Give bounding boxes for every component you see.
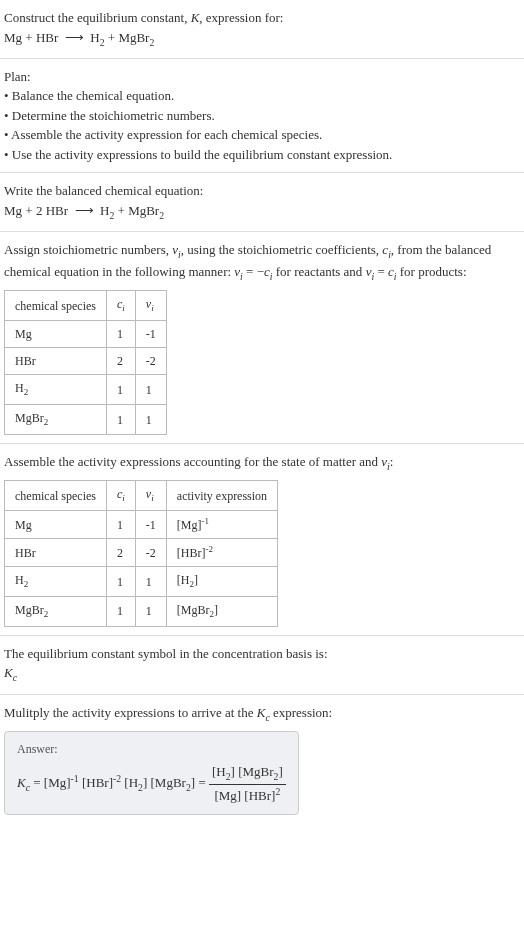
table-row: MgBr2 1 1 [MgBr2] bbox=[5, 597, 278, 627]
cell-v: -1 bbox=[135, 511, 166, 539]
col-vi: νi bbox=[135, 291, 166, 321]
table-row: HBr 2 -2 [HBr]-2 bbox=[5, 539, 278, 567]
cell-activity: [H2] bbox=[166, 567, 277, 597]
plan-section: Plan: • Balance the chemical equation. •… bbox=[0, 59, 524, 174]
col-ci: ci bbox=[106, 481, 135, 511]
col-species: chemical species bbox=[5, 291, 107, 321]
fraction: [H2] [MgBr2] [Mg] [HBr]2 bbox=[209, 762, 286, 806]
intro-line: Construct the equilibrium constant, K, e… bbox=[4, 8, 520, 28]
cell-activity: [HBr]-2 bbox=[166, 539, 277, 567]
balanced-equation: Mg + 2 HBr ⟶ H2 + MgBr2 bbox=[4, 201, 520, 223]
symbol-section: The equilibrium constant symbol in the c… bbox=[0, 636, 524, 695]
cell-c: 1 bbox=[106, 567, 135, 597]
fraction-numerator: [H2] [MgBr2] bbox=[209, 762, 286, 785]
answer-box: Answer: Kc = [Mg]-1 [HBr]-2 [H2] [MgBr2]… bbox=[4, 731, 299, 815]
plan-item-text: Balance the chemical equation. bbox=[12, 88, 174, 103]
cell-v: -2 bbox=[135, 539, 166, 567]
balanced-section: Write the balanced chemical equation: Mg… bbox=[0, 173, 524, 232]
cell-v: 1 bbox=[135, 375, 166, 405]
cell-v: -1 bbox=[135, 321, 166, 348]
answer-label: Answer: bbox=[17, 740, 286, 758]
cell-activity: [MgBr2] bbox=[166, 597, 277, 627]
stoich-table: chemical species ci νi Mg 1 -1 HBr 2 -2 … bbox=[4, 290, 167, 435]
table-header-row: chemical species ci νi activity expressi… bbox=[5, 481, 278, 511]
table-row: MgBr2 1 1 bbox=[5, 405, 167, 435]
cell-species: MgBr2 bbox=[5, 597, 107, 627]
plan-item-text: Assemble the activity expression for eac… bbox=[11, 127, 322, 142]
cell-v: 1 bbox=[135, 597, 166, 627]
final-section: Mulitply the activity expressions to arr… bbox=[0, 695, 524, 823]
cell-species: H2 bbox=[5, 567, 107, 597]
plan-item: • Use the activity expressions to build … bbox=[4, 145, 520, 165]
cell-c: 2 bbox=[106, 348, 135, 375]
cell-species: HBr bbox=[5, 348, 107, 375]
table-row: H2 1 1 bbox=[5, 375, 167, 405]
intro-section: Construct the equilibrium constant, K, e… bbox=[0, 0, 524, 59]
plan-heading: Plan: bbox=[4, 67, 520, 87]
plan-item: • Determine the stoichiometric numbers. bbox=[4, 106, 520, 126]
cell-c: 1 bbox=[106, 597, 135, 627]
plan-item: • Assemble the activity expression for e… bbox=[4, 125, 520, 145]
table-row: HBr 2 -2 bbox=[5, 348, 167, 375]
cell-c: 1 bbox=[106, 405, 135, 435]
cell-species: Mg bbox=[5, 511, 107, 539]
symbol-value: Kc bbox=[4, 663, 520, 685]
cell-v: -2 bbox=[135, 348, 166, 375]
unbalanced-equation: Mg + HBr ⟶ H2 + MgBr2 bbox=[4, 28, 520, 50]
stoich-section: Assign stoichiometric numbers, νi, using… bbox=[0, 232, 524, 444]
cell-species: Mg bbox=[5, 321, 107, 348]
symbol-text: The equilibrium constant symbol in the c… bbox=[4, 644, 520, 664]
col-activity: activity expression bbox=[166, 481, 277, 511]
stoich-text: Assign stoichiometric numbers, νi, using… bbox=[4, 240, 520, 284]
col-species: chemical species bbox=[5, 481, 107, 511]
final-text: Mulitply the activity expressions to arr… bbox=[4, 703, 520, 725]
cell-species: HBr bbox=[5, 539, 107, 567]
activity-section: Assemble the activity expressions accoun… bbox=[0, 444, 524, 636]
table-row: Mg 1 -1 bbox=[5, 321, 167, 348]
cell-c: 1 bbox=[106, 375, 135, 405]
cell-c: 1 bbox=[106, 321, 135, 348]
table-row: Mg 1 -1 [Mg]-1 bbox=[5, 511, 278, 539]
cell-species: MgBr2 bbox=[5, 405, 107, 435]
table-header-row: chemical species ci νi bbox=[5, 291, 167, 321]
table-row: H2 1 1 [H2] bbox=[5, 567, 278, 597]
plan-item: • Balance the chemical equation. bbox=[4, 86, 520, 106]
cell-v: 1 bbox=[135, 405, 166, 435]
activity-text: Assemble the activity expressions accoun… bbox=[4, 452, 520, 474]
activity-table: chemical species ci νi activity expressi… bbox=[4, 480, 278, 627]
col-vi: νi bbox=[135, 481, 166, 511]
balanced-heading: Write the balanced chemical equation: bbox=[4, 181, 520, 201]
plan-item-text: Use the activity expressions to build th… bbox=[12, 147, 393, 162]
cell-species: H2 bbox=[5, 375, 107, 405]
cell-c: 2 bbox=[106, 539, 135, 567]
answer-expression: Kc = [Mg]-1 [HBr]-2 [H2] [MgBr2] = [H2] … bbox=[17, 762, 286, 806]
plan-item-text: Determine the stoichiometric numbers. bbox=[12, 108, 215, 123]
cell-activity: [Mg]-1 bbox=[166, 511, 277, 539]
col-ci: ci bbox=[106, 291, 135, 321]
fraction-denominator: [Mg] [HBr]2 bbox=[209, 785, 286, 806]
cell-v: 1 bbox=[135, 567, 166, 597]
cell-c: 1 bbox=[106, 511, 135, 539]
